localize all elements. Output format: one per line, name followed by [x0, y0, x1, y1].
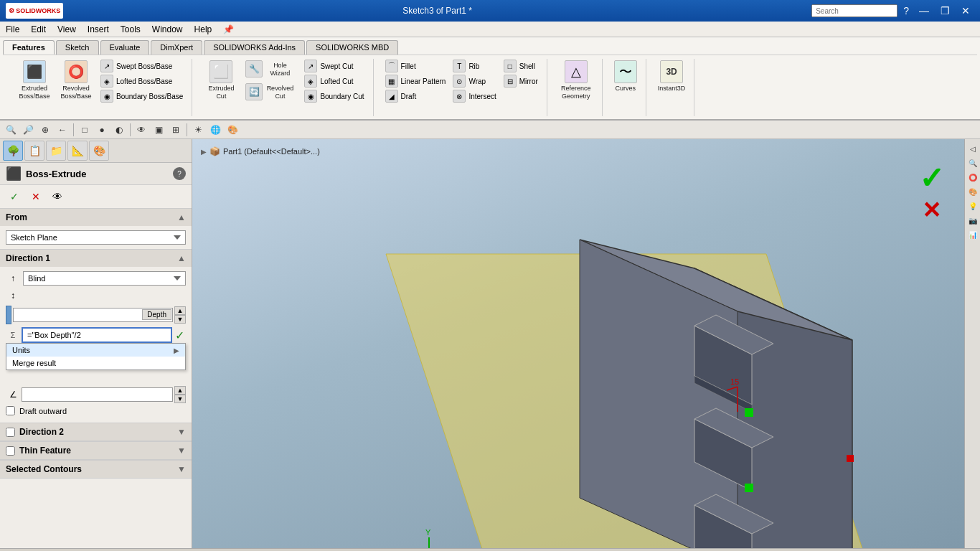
equation-confirm-button[interactable]: ✓: [174, 329, 186, 342]
dir-type-row: ↑ Blind Through All Up To Next: [6, 271, 186, 286]
feature-tree-icon[interactable]: 🌳: [3, 141, 23, 161]
prev-view-btn[interactable]: ←: [55, 122, 70, 138]
depth-label-button[interactable]: Depth: [142, 309, 171, 320]
menu-insert[interactable]: Insert: [82, 23, 115, 36]
wrap-button[interactable]: ⊙ Wrap: [450, 74, 499, 88]
rp-icon1[interactable]: 🔍: [966, 156, 979, 169]
revolved-boss-base-button[interactable]: ⭕ Revolved Boss/Base: [56, 59, 96, 103]
selected-contours-header[interactable]: Selected Contours ▼: [0, 461, 192, 478]
instant3d-button[interactable]: 3D Instant3D: [655, 59, 689, 94]
fillet-button[interactable]: ⌒ Fillet: [382, 59, 449, 73]
from-dropdown[interactable]: Sketch Plane: [6, 230, 186, 245]
viewport-btn[interactable]: ⊞: [168, 122, 184, 138]
cancel-x[interactable]: ✕: [922, 197, 941, 224]
hole-wizard-button[interactable]: 🔧 Hole Wizard: [242, 59, 300, 80]
rp-expand-btn[interactable]: ◁: [966, 142, 979, 155]
shading-btn[interactable]: ●: [94, 122, 110, 138]
reference-geometry-button[interactable]: △ Reference Geometry: [556, 59, 596, 102]
instant3d-label: Instant3D: [658, 85, 686, 93]
tab-evaluate[interactable]: Evaluate: [100, 40, 150, 55]
boundary-boss-base-button[interactable]: ◉ Boundary Boss/Base: [98, 89, 186, 103]
linear-pattern-button[interactable]: ▦ Linear Pattern: [382, 74, 449, 88]
edges-btn[interactable]: ◐: [111, 122, 127, 138]
swept-cut-button[interactable]: ↗ Swept Cut: [301, 59, 367, 73]
window-title: Sketch3 of Part1 *: [402, 6, 472, 16]
lofted-cut-button[interactable]: ◈ Lofted Cut: [301, 74, 367, 88]
thin-feature-label: Thin Feature: [19, 446, 71, 456]
thin-feature-header[interactable]: Thin Feature ▼: [0, 442, 192, 460]
cancel-button[interactable]: ✕: [27, 188, 44, 205]
confirm-button[interactable]: ✓: [6, 188, 23, 205]
shell-button[interactable]: □ Shell: [501, 59, 541, 73]
boundary-cut-button[interactable]: ◉ Boundary Cut: [301, 89, 367, 103]
merge-suggestion[interactable]: Merge result: [6, 357, 185, 369]
lighting-btn[interactable]: ☀: [190, 122, 206, 138]
extruded-cut-button[interactable]: ⬜ Extruded Cut: [201, 59, 241, 103]
property-manager-icon[interactable]: 📋: [24, 141, 44, 161]
direction2-checkbox[interactable]: [6, 428, 15, 437]
help-button[interactable]: ?: [173, 167, 186, 180]
hide-show-btn[interactable]: 👁: [133, 122, 149, 138]
handle1[interactable]: [745, 408, 753, 417]
units-suggestion[interactable]: Units ▶: [6, 344, 185, 357]
view-orient-btn[interactable]: 🔍: [3, 122, 19, 138]
extruded-boss-base-button[interactable]: ⬛ Extruded Boss/Base: [14, 59, 55, 103]
direction-type-dropdown[interactable]: Blind Through All Up To Next: [23, 271, 186, 286]
menu-file[interactable]: File: [0, 23, 25, 36]
menu-help[interactable]: Help: [189, 23, 218, 36]
direction2-header[interactable]: Direction 2 ▼: [0, 423, 192, 441]
display-style-btn[interactable]: □: [77, 122, 93, 138]
flip-direction-icon[interactable]: ↕: [6, 288, 20, 303]
menu-edit[interactable]: Edit: [25, 23, 52, 36]
config-manager-icon[interactable]: 📁: [46, 141, 66, 161]
curves-button[interactable]: 〜 Curves: [611, 59, 640, 94]
tab-dimxpert[interactable]: DimXpert: [151, 40, 202, 55]
rp-icon4[interactable]: 💡: [966, 199, 979, 212]
zoom-area-btn[interactable]: 🔎: [20, 122, 36, 138]
angle-up-button[interactable]: ▲: [174, 386, 186, 395]
menu-tools[interactable]: Tools: [115, 23, 146, 36]
tab-sketch[interactable]: Sketch: [56, 40, 99, 55]
display-manager-icon[interactable]: 🎨: [89, 141, 109, 161]
revolved-cut-button[interactable]: 🔄 Revolved Cut: [242, 82, 300, 103]
tab-features[interactable]: Features: [3, 40, 55, 55]
rp-icon3[interactable]: 🎨: [966, 185, 979, 198]
zoom-fit-btn[interactable]: ⊕: [37, 122, 53, 138]
features-col1: ⌒ Fillet ▦ Linear Pattern ◢ Draft: [382, 59, 449, 103]
equation-input[interactable]: [22, 327, 172, 343]
handle2[interactable]: [745, 484, 753, 492]
rib-button[interactable]: T Rib: [450, 59, 499, 73]
lofted-boss-base-button[interactable]: ◈ Lofted Boss/Base: [98, 74, 186, 88]
swept-boss-base-button[interactable]: ↗ Swept Boss/Base: [98, 59, 186, 73]
depth-up-button[interactable]: ▲: [174, 306, 186, 315]
section-view-btn[interactable]: ▣: [151, 122, 166, 138]
search-input[interactable]: [811, 4, 897, 17]
tab-addins[interactable]: SOLIDWORKS Add-Ins: [204, 40, 305, 55]
pin-icon[interactable]: 📌: [223, 24, 234, 34]
from-section-header[interactable]: From ▲: [0, 209, 192, 226]
depth-down-button[interactable]: ▼: [174, 315, 186, 324]
panel-icons: 🌳 📋 📁 📐 🎨: [0, 139, 192, 163]
angle-input[interactable]: [22, 387, 173, 402]
intersect-button[interactable]: ⊗ Intersect: [450, 89, 499, 103]
appearance-btn[interactable]: 🎨: [225, 122, 240, 138]
menu-window[interactable]: Window: [146, 23, 189, 36]
close-button[interactable]: ✕: [957, 4, 974, 18]
dim-xpert-icon[interactable]: 📐: [67, 141, 88, 161]
draft-button[interactable]: ◢ Draft: [382, 89, 449, 103]
rp-icon6[interactable]: 📊: [966, 228, 979, 241]
angle-down-button[interactable]: ▼: [174, 395, 186, 403]
rp-icon2[interactable]: ⭕: [966, 171, 979, 184]
thin-feature-checkbox[interactable]: [6, 446, 15, 456]
draft-outward-checkbox[interactable]: [6, 406, 15, 415]
scene-btn[interactable]: 🌐: [207, 122, 223, 138]
mirror-button[interactable]: ⊟ Mirror: [501, 74, 541, 88]
preview-button[interactable]: 👁: [49, 188, 66, 205]
minimize-button[interactable]: —: [915, 4, 933, 18]
ok-checkmark[interactable]: ✓: [919, 161, 944, 196]
tab-mbd[interactable]: SOLIDWORKS MBD: [306, 40, 398, 55]
rp-icon5[interactable]: 📷: [966, 214, 979, 227]
menu-view[interactable]: View: [52, 23, 82, 36]
restore-button[interactable]: ❐: [936, 4, 954, 18]
direction1-section-header[interactable]: Direction 1 ▲: [0, 250, 192, 267]
